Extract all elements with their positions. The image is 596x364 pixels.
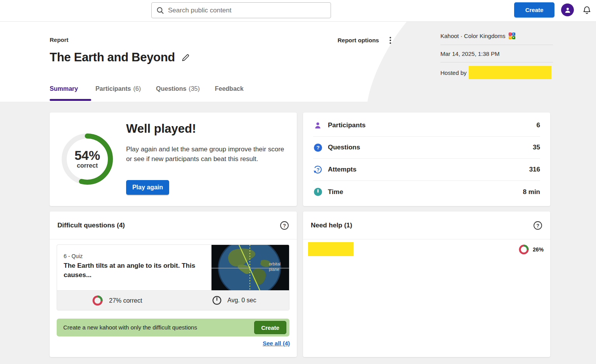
banner-create-button[interactable]: Create [254, 321, 286, 334]
need-help-ratio-ring [519, 244, 529, 256]
user-icon [564, 6, 572, 14]
participants-icon [313, 121, 322, 130]
stat-row-time: Time 8 min [313, 181, 540, 203]
create-button[interactable]: Create [514, 2, 554, 17]
stat-row-participants: Participants 6 [313, 114, 540, 137]
stat-value-participants: 6 [537, 121, 540, 129]
well-played-body: Play again and let the same group improv… [126, 144, 288, 164]
question-thumbnail-earth: orbital plane [211, 245, 289, 291]
kebab-menu-icon[interactable] [388, 36, 393, 44]
edit-title-pencil-icon[interactable] [181, 53, 191, 62]
need-help-card: Need help (1) ? 26% [303, 211, 550, 357]
report-datetime: Mar 14, 2025, 1:38 PM [440, 45, 553, 62]
tab-feedback[interactable]: Feedback [215, 85, 246, 92]
create-difficult-kahoot-banner: Create a new kahoot with only the diffic… [57, 319, 289, 336]
stat-row-attempts: ? Attempts 316 [313, 159, 540, 181]
search-icon [156, 7, 164, 14]
difficult-question-item[interactable]: 6 - Quiz The Earth tilts at an angle to … [57, 244, 289, 310]
question-index-label: 6 - Quiz [64, 253, 83, 259]
well-played-card: 54% correct Well played! Play again and … [50, 113, 297, 206]
stat-value-attempts: 316 [529, 166, 540, 173]
correct-percentage-donut: 54% correct [61, 133, 114, 185]
tab-questions[interactable]: Questions(35) [156, 85, 200, 92]
search-box[interactable] [151, 2, 331, 18]
attempts-icon: ? [313, 165, 322, 174]
kahoot-shapes-icon [509, 33, 515, 39]
correct-ratio-ring [92, 295, 103, 306]
report-options-button[interactable]: Report options [338, 37, 379, 43]
active-tab-indicator [50, 99, 91, 101]
report-header-section: Report The Earth and Beyond Report optio… [0, 22, 596, 102]
hosted-by-redacted-name [469, 66, 551, 79]
report-info-panel: Kahoot · Color Kingdoms Mar 14, 2025, 1:… [440, 33, 553, 79]
search-input[interactable] [168, 7, 326, 14]
help-icon[interactable]: ? [533, 221, 542, 232]
need-help-percent: 26% [533, 246, 544, 253]
svg-text:?: ? [283, 223, 286, 229]
banner-text: Create a new kahoot with only the diffic… [63, 324, 197, 331]
question-metrics-footer: 27% correct Avg. 0 sec [57, 290, 289, 310]
tab-summary[interactable]: Summary [50, 85, 80, 92]
svg-text:?: ? [536, 223, 539, 229]
question-text: The Earth tilts at an angle to its orbit… [64, 261, 208, 280]
svg-text:orbital: orbital [269, 262, 281, 266]
well-played-title: Well played! [126, 122, 196, 136]
stat-row-questions: ? Questions 35 [313, 137, 540, 159]
see-all-link[interactable]: See all (4) [263, 340, 290, 347]
difficult-questions-title: Difficult questions (4) [57, 222, 125, 229]
top-bar: Create [0, 0, 596, 22]
game-stats-card: Participants 6 ? Questions 35 ? Attempts… [303, 113, 550, 206]
need-help-title: Need help (1) [311, 222, 352, 229]
page-title: The Earth and Beyond [50, 50, 175, 64]
notifications-bell-icon[interactable] [582, 5, 592, 17]
difficult-questions-card: Difficult questions (4) ? 6 - Quiz The E… [50, 211, 297, 357]
hosted-by-label: Hosted by [440, 69, 467, 76]
participant-name-redacted [308, 242, 353, 256]
stat-value-time: 8 min [523, 188, 540, 196]
question-correct-label: 27% correct [109, 297, 142, 304]
question-avg-time-label: Avg. 0 sec [227, 297, 256, 304]
play-again-button[interactable]: Play again [126, 180, 169, 195]
report-label: Report [50, 36, 68, 43]
svg-text:plane: plane [269, 267, 279, 272]
avatar[interactable] [561, 3, 574, 16]
questions-icon: ? [313, 143, 322, 152]
overall-correct-label: correct [77, 162, 98, 169]
avg-time-clock-icon [212, 295, 222, 305]
report-tabs: Summary Participants(6) Questions(35) Fe… [50, 85, 246, 92]
help-icon[interactable]: ? [280, 221, 289, 232]
svg-text:?: ? [316, 145, 319, 151]
time-icon [313, 187, 322, 196]
overall-correct-percent: 54% [74, 149, 100, 162]
tab-participants[interactable]: Participants(6) [95, 85, 141, 92]
svg-text:?: ? [317, 167, 320, 173]
kahoot-meta: Kahoot · Color Kingdoms [440, 33, 506, 39]
stat-value-questions: 35 [533, 144, 540, 151]
